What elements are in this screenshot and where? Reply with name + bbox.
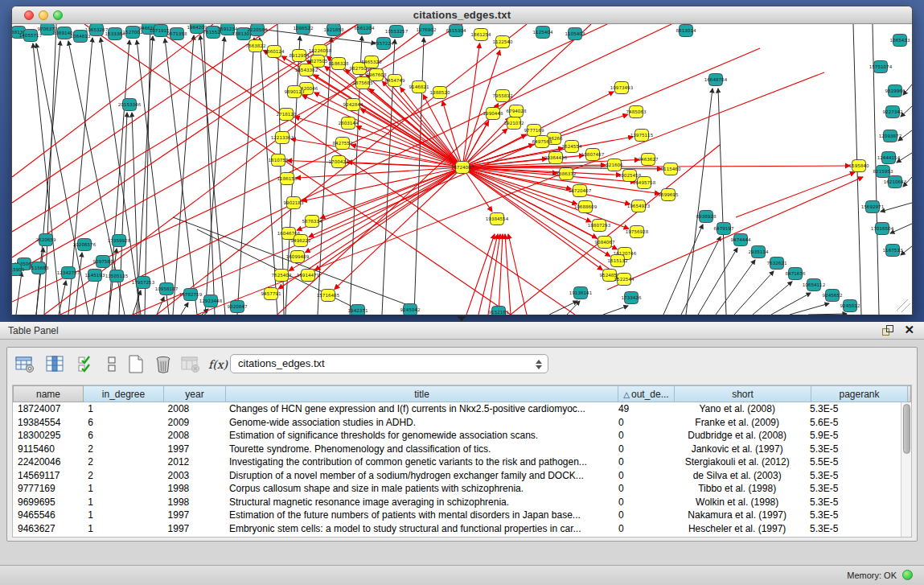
- table-row[interactable]: 969969511998Structural magnetic resonanc…: [13, 496, 901, 509]
- graph-node[interactable]: 1733426: [622, 292, 642, 304]
- graph-node[interactable]: 10688609: [574, 201, 598, 213]
- graph-edge[interactable]: [137, 36, 153, 315]
- graph-node[interactable]: 10553257: [385, 26, 409, 38]
- column-header-pagerank[interactable]: pagerank: [811, 385, 908, 402]
- graph-edge[interactable]: [306, 167, 462, 253]
- column-header-out-de-[interactable]: △out_de...: [618, 385, 675, 402]
- graph-node[interactable]: 8454749: [385, 75, 405, 87]
- graph-edge[interactable]: [505, 234, 511, 315]
- graph-node[interactable]: 9242844: [343, 99, 363, 111]
- table-row[interactable]: 977716911998Corpus callosum shape and si…: [13, 482, 901, 496]
- graph-node[interactable]: 17016504: [871, 223, 894, 235]
- function-builder-icon[interactable]: f(x): [207, 354, 229, 375]
- split-pane-handle[interactable]: [457, 316, 466, 321]
- graph-edge[interactable]: [145, 24, 150, 315]
- graph-node[interactable]: 15692971: [861, 201, 885, 213]
- graph-node[interactable]: 20206576: [73, 239, 97, 251]
- graph-node[interactable]: 9245652: [823, 290, 843, 302]
- graph-edge[interactable]: [753, 282, 792, 315]
- graph-node[interactable]: 1065433: [890, 35, 910, 47]
- graph-node[interactable]: 16648784: [704, 74, 728, 86]
- vertical-scrollbar[interactable]: [901, 402, 911, 537]
- graph-node[interactable]: 9320847: [228, 301, 248, 313]
- graph-node[interactable]: 5878334: [302, 216, 322, 228]
- graph-edge[interactable]: [808, 314, 847, 315]
- column-header-year[interactable]: year: [164, 385, 226, 402]
- graph-node[interactable]: 19654923: [627, 200, 651, 212]
- table-row[interactable]: 946362711997Embryonic stem cells: a mode…: [13, 522, 901, 536]
- table-row[interactable]: 1456911722003Disruption of a novel membe…: [13, 469, 901, 483]
- window-resize-grip[interactable]: [897, 299, 910, 312]
- table-row[interactable]: 946554611997Estimation of the future num…: [13, 509, 901, 522]
- table-row[interactable]: 1938455462009Genome-wide association stu…: [13, 416, 901, 430]
- graph-node[interactable]: 2522544: [614, 274, 634, 286]
- graph-node[interactable]: 8471676: [786, 268, 806, 280]
- graph-node[interactable]: 1186158: [277, 173, 298, 185]
- graph-node[interactable]: 9777169: [524, 125, 544, 137]
- graph-node[interactable]: 3624554: [562, 141, 582, 153]
- graph-node[interactable]: 6479197: [714, 223, 734, 235]
- graph-node[interactable]: 20153346: [118, 99, 142, 111]
- graph-edge[interactable]: [686, 89, 713, 315]
- graph-node[interactable]: 12342757: [57, 267, 80, 279]
- graph-node[interactable]: 9860124: [265, 46, 285, 58]
- column-header-name[interactable]: name: [13, 385, 84, 402]
- row-height-icon[interactable]: [101, 354, 123, 375]
- select-columns-icon[interactable]: [75, 354, 97, 375]
- graph-node[interactable]: 1276902: [417, 24, 437, 36]
- column-header-short[interactable]: short: [675, 385, 811, 402]
- graph-edge[interactable]: [295, 117, 462, 167]
- graph-node[interactable]: 10654112: [803, 279, 825, 291]
- graph-node[interactable]: 8813014: [676, 25, 696, 37]
- graph-edge[interactable]: [663, 225, 703, 315]
- graph-node[interactable]: 8315304: [446, 25, 466, 37]
- graph-node[interactable]: 12923448: [199, 295, 223, 307]
- graph-node[interactable]: 9474444: [731, 234, 751, 246]
- network-canvas[interactable]: 1872400776638229860124891295418226058982…: [12, 24, 912, 315]
- graph-edge[interactable]: [718, 89, 726, 315]
- graph-node[interactable]: 5465320: [362, 56, 382, 68]
- graph-node[interactable]: 7857224: [374, 38, 394, 50]
- graph-node[interactable]: 1388520: [430, 87, 450, 99]
- graph-node[interactable]: 8427552: [333, 138, 353, 150]
- graph-node[interactable]: 1990448: [483, 108, 503, 120]
- graph-node[interactable]: 1861254: [471, 29, 491, 41]
- graph-edge[interactable]: [165, 39, 197, 315]
- graph-edge[interactable]: [382, 81, 462, 167]
- graph-node[interactable]: 1167533: [883, 245, 903, 257]
- graph-edge[interactable]: [881, 203, 912, 212]
- graph-node[interactable]: 15751074: [869, 61, 893, 73]
- graph-node[interactable]: 621606: [606, 159, 623, 171]
- graph-edge[interactable]: [462, 43, 479, 167]
- graph-node[interactable]: 20364436: [544, 152, 568, 164]
- network-table-selector[interactable]: citations_edges.txt: [230, 354, 548, 373]
- table-row[interactable]: 1872400712008Changes of HCN gene express…: [13, 402, 901, 416]
- graph-node[interactable]: 2718120: [277, 109, 297, 121]
- graph-edge[interactable]: [237, 38, 254, 315]
- graph-edge[interactable]: [508, 234, 527, 315]
- graph-node[interactable]: 8912954: [290, 50, 310, 62]
- table-row[interactable]: 1830029562008Estimation of significance …: [13, 429, 901, 443]
- graph-node[interactable]: 9463627: [639, 154, 659, 166]
- graph-node[interactable]: 17359928: [108, 235, 131, 247]
- graph-node[interactable]: 7632621: [767, 257, 787, 270]
- graph-edge[interactable]: [716, 260, 755, 315]
- graph-node[interactable]: 1125404: [533, 27, 553, 39]
- column-header-in-degree[interactable]: in_degree: [84, 385, 164, 402]
- memory-status-indicator[interactable]: [902, 570, 913, 580]
- graph-edge[interactable]: [478, 234, 498, 315]
- table-row[interactable]: 2242004622012Investigating the contribut…: [13, 455, 901, 469]
- graph-edge[interactable]: [790, 303, 829, 315]
- graph-node[interactable]: 9457791: [261, 288, 281, 300]
- graph-edge[interactable]: [771, 293, 811, 315]
- graph-node[interactable]: 1105408: [565, 28, 585, 40]
- graph-edge[interactable]: [369, 89, 462, 167]
- graph-node[interactable]: 9699695: [659, 189, 679, 201]
- graph-node[interactable]: 15716485: [317, 290, 340, 302]
- graph-node[interactable]: 2935114: [749, 246, 769, 258]
- graph-node[interactable]: 9329966: [885, 85, 906, 97]
- table-mode-icon[interactable]: [14, 354, 36, 375]
- graph-edge[interactable]: [16, 272, 22, 315]
- graph-node[interactable]: 12093872: [879, 130, 901, 142]
- float-panel-icon[interactable]: [882, 325, 893, 336]
